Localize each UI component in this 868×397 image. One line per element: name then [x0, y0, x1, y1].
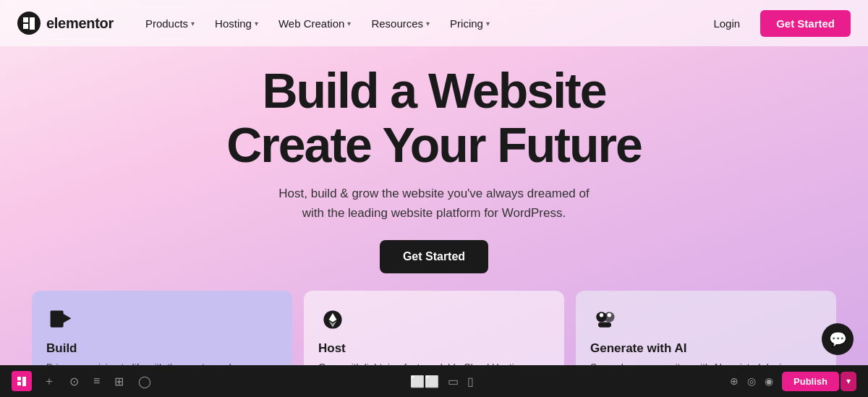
- bottom-bar: ＋ ⊙ ≡ ⊞ ◯ ⬜⬜ ▭ ▯ ⊕ ◎ ◉ Publish ▾: [0, 365, 868, 397]
- tablet-view-icon[interactable]: ▭: [448, 375, 459, 388]
- host-icon: [318, 305, 347, 334]
- ai-icon: [590, 305, 619, 334]
- svg-rect-3: [30, 20, 35, 30]
- elementor-icon[interactable]: [12, 371, 32, 391]
- nav-products[interactable]: Products ▾: [137, 12, 203, 35]
- logo-text: elementor: [46, 15, 114, 32]
- nav-resources[interactable]: Resources ▾: [362, 12, 438, 35]
- desktop-view-icon[interactable]: ⬜⬜: [410, 375, 439, 388]
- chat-bubble-button[interactable]: 💬: [822, 323, 854, 355]
- bottom-bar-right: ⊕ ◎ ◉ Publish ▾: [730, 372, 856, 391]
- build-card-title: Build: [46, 341, 278, 356]
- mobile-view-icon[interactable]: ▯: [467, 375, 474, 388]
- navbar: elementor Products ▾ Hosting ▾ Web Creat…: [0, 0, 868, 46]
- svg-rect-14: [22, 378, 26, 386]
- chevron-down-icon: ▾: [486, 20, 490, 27]
- nav-web-creation[interactable]: Web Creation ▾: [270, 12, 359, 35]
- chevron-down-icon: ▾: [347, 20, 351, 27]
- get-started-hero-button[interactable]: Get Started: [380, 240, 488, 273]
- get-started-nav-button[interactable]: Get Started: [760, 10, 851, 37]
- preview-icon[interactable]: ◎: [747, 375, 756, 387]
- svg-point-9: [608, 313, 611, 317]
- publish-area: Publish ▾: [782, 372, 856, 391]
- bottom-bar-center: ⬜⬜ ▭ ▯: [410, 375, 474, 388]
- logo-icon: [17, 12, 41, 35]
- comments-tool-icon[interactable]: ◯: [135, 372, 154, 391]
- chevron-down-icon: ▾: [426, 20, 430, 27]
- zoom-icon[interactable]: ⊕: [730, 375, 739, 387]
- svg-rect-0: [23, 17, 28, 22]
- publish-dropdown-button[interactable]: ▾: [841, 372, 856, 391]
- hero-subtitle: Host, build & grow the website you've al…: [278, 184, 589, 223]
- nav-pricing[interactable]: Pricing ▾: [441, 12, 498, 35]
- build-icon: [46, 305, 75, 334]
- svg-rect-2: [23, 24, 28, 29]
- login-button[interactable]: Login: [705, 12, 749, 35]
- history-tool-icon[interactable]: ⊙: [67, 372, 82, 391]
- navbar-right: Login Get Started: [705, 10, 851, 37]
- publish-button[interactable]: Publish: [782, 372, 839, 391]
- add-tool-icon[interactable]: ＋: [41, 371, 58, 392]
- logo[interactable]: elementor: [17, 12, 114, 35]
- svg-rect-11: [17, 377, 21, 380]
- svg-rect-13: [17, 382, 21, 385]
- hero-title: Build a Website Create Your Future: [226, 64, 642, 172]
- nav-hosting[interactable]: Hosting ▾: [206, 12, 267, 35]
- nav-links: Products ▾ Hosting ▾ Web Creation ▾ Reso…: [137, 12, 498, 35]
- settings-icon[interactable]: ◉: [765, 375, 773, 387]
- structure-tool-icon[interactable]: ⊞: [111, 372, 127, 391]
- navbar-left: elementor Products ▾ Hosting ▾ Web Creat…: [17, 12, 498, 35]
- ai-card-title: Generate with AI: [590, 341, 822, 356]
- chevron-down-icon: ▾: [255, 20, 258, 27]
- bottom-bar-left: ＋ ⊙ ≡ ⊞ ◯: [12, 371, 154, 392]
- chat-icon: 💬: [829, 330, 847, 348]
- host-card-title: Host: [318, 341, 550, 356]
- svg-rect-10: [598, 323, 611, 328]
- hero-section: Build a Website Create Your Future Host,…: [0, 46, 868, 273]
- svg-rect-4: [51, 310, 64, 327]
- chevron-down-icon: ▾: [191, 20, 195, 27]
- navigator-tool-icon[interactable]: ≡: [90, 372, 103, 390]
- svg-point-8: [600, 313, 603, 317]
- svg-marker-5: [62, 313, 72, 323]
